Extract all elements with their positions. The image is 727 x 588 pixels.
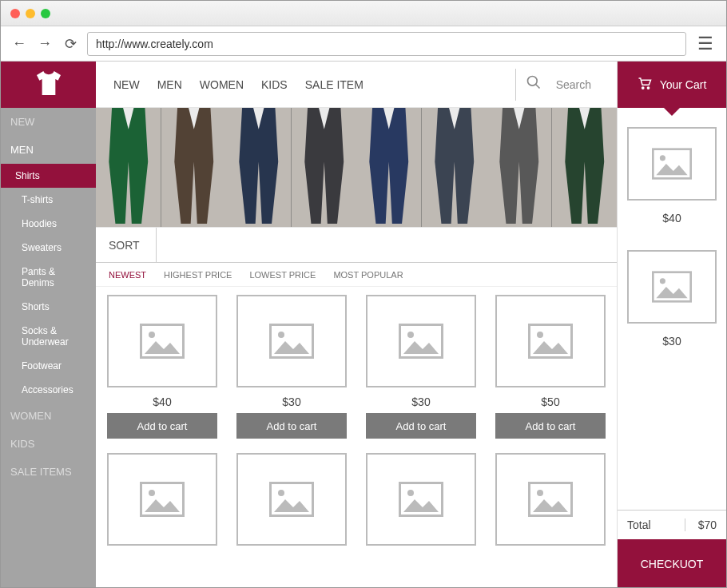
cart-item-image[interactable] bbox=[627, 127, 717, 201]
svg-point-27 bbox=[149, 490, 155, 496]
sidebar-item[interactable]: Sweaters bbox=[1, 236, 96, 260]
cart-icon bbox=[638, 77, 652, 93]
nav-item[interactable]: SALE ITEM bbox=[305, 78, 364, 91]
back-button[interactable]: ← bbox=[10, 35, 28, 52]
product-image[interactable] bbox=[236, 295, 347, 387]
product-card: $40Add to cart bbox=[107, 295, 217, 439]
nav-item[interactable]: MEN bbox=[157, 78, 182, 91]
sidebar-item[interactable]: Footwear bbox=[1, 354, 96, 378]
sidebar-item[interactable]: Shirts bbox=[1, 164, 96, 188]
product-card bbox=[236, 453, 347, 546]
product-price: $40 bbox=[153, 395, 171, 408]
product-price: $30 bbox=[282, 395, 300, 408]
product-image[interactable] bbox=[366, 453, 476, 546]
cart-item-price: $40 bbox=[662, 212, 681, 224]
sort-option[interactable]: LOWEST PRICE bbox=[249, 270, 316, 280]
product-image[interactable] bbox=[107, 453, 217, 546]
sidebar-item[interactable]: Accessories bbox=[1, 378, 96, 402]
product-card bbox=[107, 453, 217, 546]
sidebar-item[interactable]: Pants & Denims bbox=[1, 260, 96, 295]
sidebar-item[interactable]: T-shirts bbox=[1, 188, 96, 212]
nav-item[interactable]: NEW bbox=[113, 78, 140, 91]
svg-line-1 bbox=[535, 85, 539, 89]
sidebar-item[interactable]: MEN bbox=[1, 136, 96, 164]
banner-image bbox=[487, 108, 552, 227]
nav-item[interactable]: WOMEN bbox=[200, 78, 244, 91]
sort-bar: SORT bbox=[96, 228, 617, 263]
svg-point-35 bbox=[647, 87, 649, 89]
sidebar-item[interactable]: Hoodies bbox=[1, 212, 96, 236]
product-price: $30 bbox=[411, 395, 430, 408]
product-card: $30Add to cart bbox=[366, 295, 476, 439]
add-to-cart-button[interactable]: Add to cart bbox=[107, 413, 217, 439]
sort-label: SORT bbox=[109, 228, 157, 262]
banner-image bbox=[422, 108, 487, 227]
svg-point-0 bbox=[527, 77, 537, 86]
maximize-dot-icon[interactable] bbox=[41, 9, 50, 18]
product-price: $50 bbox=[541, 395, 559, 408]
svg-point-33 bbox=[537, 490, 543, 496]
svg-rect-2 bbox=[96, 108, 161, 227]
product-image[interactable] bbox=[236, 453, 347, 546]
cart-total-row: Total $70 bbox=[618, 510, 726, 539]
cart-total-value: $70 bbox=[685, 518, 717, 531]
minimize-dot-icon[interactable] bbox=[26, 9, 35, 18]
product-image[interactable] bbox=[107, 295, 217, 387]
sidebar-item[interactable]: NEW bbox=[1, 108, 96, 136]
checkout-button[interactable]: CHECKUOT bbox=[618, 539, 726, 588]
divider bbox=[515, 69, 516, 101]
sort-option[interactable]: HIGHEST PRICE bbox=[164, 270, 232, 280]
svg-point-23 bbox=[407, 332, 414, 338]
product-card bbox=[495, 453, 606, 546]
sort-option[interactable]: NEWEST bbox=[109, 270, 146, 280]
close-dot-icon[interactable] bbox=[10, 9, 20, 18]
sort-options: NEWESTHIGHEST PRICELOWEST PRICEMOST POPU… bbox=[96, 263, 617, 287]
sort-option[interactable]: MOST POPULAR bbox=[333, 270, 403, 280]
banner-image bbox=[292, 108, 357, 227]
hamburger-icon[interactable]: ☰ bbox=[694, 34, 717, 54]
banner-image bbox=[226, 108, 292, 227]
reload-button[interactable]: ⟳ bbox=[62, 35, 79, 53]
search-icon[interactable] bbox=[526, 74, 542, 94]
sidebar-item[interactable]: SALE ITEMS bbox=[1, 458, 96, 486]
svg-point-29 bbox=[278, 490, 284, 496]
svg-point-19 bbox=[149, 332, 155, 338]
logo[interactable] bbox=[1, 62, 96, 108]
search-input[interactable]: Search bbox=[556, 78, 599, 91]
svg-rect-10 bbox=[356, 108, 422, 227]
cart-item-price: $30 bbox=[662, 335, 681, 348]
svg-point-34 bbox=[642, 87, 643, 89]
svg-point-21 bbox=[278, 332, 284, 338]
sidebar: NEWMENShirtsT-shirtsHoodiesSweatersPants… bbox=[1, 62, 96, 588]
svg-point-39 bbox=[660, 278, 665, 284]
cart-item-image[interactable] bbox=[627, 250, 717, 324]
forward-button[interactable]: → bbox=[36, 35, 54, 52]
window-titlebar bbox=[1, 1, 726, 26]
hero-banner bbox=[96, 108, 617, 228]
sidebar-item[interactable]: WOMEN bbox=[1, 402, 96, 430]
svg-point-25 bbox=[537, 332, 543, 338]
svg-rect-12 bbox=[422, 108, 487, 227]
svg-rect-8 bbox=[292, 108, 357, 227]
sidebar-item[interactable]: Socks & Underwear bbox=[1, 319, 96, 354]
add-to-cart-button[interactable]: Add to cart bbox=[495, 413, 606, 439]
sidebar-item[interactable]: Shorts bbox=[1, 295, 96, 319]
add-to-cart-button[interactable]: Add to cart bbox=[366, 413, 476, 439]
cart-panel: Your Cart $40 $30 Total $70 CHECKUOT bbox=[617, 62, 726, 588]
url-input[interactable]: http://www.creately.com bbox=[87, 32, 686, 56]
svg-point-31 bbox=[407, 490, 414, 496]
svg-point-37 bbox=[660, 155, 665, 161]
product-image[interactable] bbox=[495, 453, 606, 546]
product-image[interactable] bbox=[366, 295, 476, 387]
browser-toolbar: ← → ⟳ http://www.creately.com ☰ bbox=[1, 26, 726, 62]
cart-header[interactable]: Your Cart bbox=[618, 62, 726, 108]
add-to-cart-button[interactable]: Add to cart bbox=[236, 413, 347, 439]
banner-image bbox=[96, 108, 161, 227]
svg-rect-4 bbox=[161, 108, 227, 227]
sidebar-item[interactable]: KIDS bbox=[1, 430, 96, 458]
product-card bbox=[366, 453, 476, 546]
product-image[interactable] bbox=[495, 295, 606, 387]
top-nav: NEWMENWOMENKIDSSALE ITEM Search bbox=[96, 62, 617, 108]
nav-item[interactable]: KIDS bbox=[261, 78, 288, 91]
product-card: $30Add to cart bbox=[236, 295, 347, 439]
